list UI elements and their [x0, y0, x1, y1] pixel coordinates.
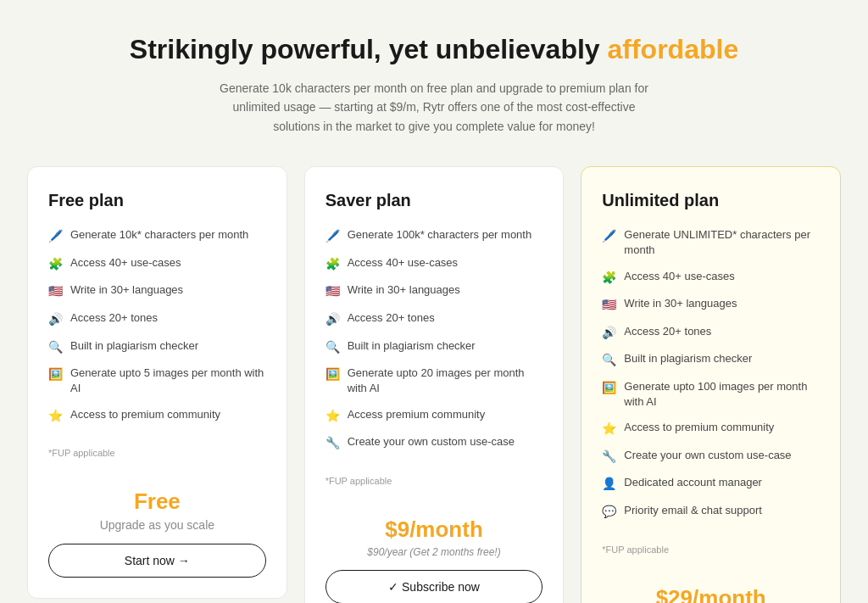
plan-feature-item: ⭐Access to premium community — [602, 420, 820, 438]
feature-icon: 🔍 — [326, 339, 341, 356]
plan-feature-item: 🖊️Generate UNLIMITED* characters per mon… — [602, 227, 820, 258]
feature-text: Access premium community — [348, 407, 486, 422]
plan-feature-item: 🖊️Generate 100k* characters per month — [326, 227, 543, 245]
feature-icon: 👤 — [602, 476, 617, 493]
feature-icon: 🧩 — [326, 256, 341, 273]
plan-features-free: 🖊️Generate 10k* characters per month🧩Acc… — [48, 227, 266, 434]
feature-icon: 🔊 — [48, 311, 64, 328]
feature-text: Access 40+ use-cases — [70, 255, 181, 271]
feature-icon: 🇺🇸 — [602, 297, 617, 314]
plan-title-free: Free plan — [48, 191, 266, 210]
plan-feature-item: 🔧Create your own custom use-case — [602, 448, 820, 466]
plan-feature-item: 🔊Access 20+ tones — [48, 310, 266, 328]
feature-icon: 🧩 — [48, 256, 64, 273]
plan-features-saver: 🖊️Generate 100k* characters per month🧩Ac… — [326, 227, 543, 462]
feature-text: Write in 30+ languages — [70, 282, 183, 298]
hero-title-accent: affordable — [608, 34, 739, 64]
feature-icon: 🔍 — [602, 352, 617, 369]
plan-feature-item: 👤Dedicated account manager — [602, 475, 820, 493]
plan-feature-item: 🇺🇸Write in 30+ languages — [326, 282, 543, 300]
feature-icon: 🖼️ — [602, 380, 617, 397]
plan-card-unlimited: Unlimited plan🖊️Generate UNLIMITED* char… — [581, 166, 841, 603]
plan-feature-item: ⭐Access premium community — [326, 407, 543, 425]
feature-text: Access 20+ tones — [624, 324, 711, 339]
feature-icon: ⭐ — [48, 408, 64, 425]
feature-icon: 🧩 — [602, 270, 617, 287]
subscribe-button-saver[interactable]: ✓ Subscribe now — [326, 570, 543, 603]
price-main-saver: $9/month — [326, 516, 543, 543]
feature-text: Write in 30+ languages — [624, 296, 737, 311]
plan-title-saver: Saver plan — [326, 191, 543, 210]
feature-icon: ⭐ — [326, 408, 341, 425]
feature-text: Access 20+ tones — [348, 310, 435, 326]
feature-icon: 💬 — [602, 504, 617, 521]
plan-feature-item: 🔍Built in plagiarism checker — [602, 351, 820, 369]
feature-text: Priority email & chat support — [624, 503, 762, 518]
plan-title-unlimited: Unlimited plan — [602, 191, 820, 210]
feature-icon: 🇺🇸 — [48, 283, 64, 300]
plan-feature-item: 🇺🇸Write in 30+ languages — [48, 282, 266, 300]
feature-text: Generate UNLIMITED* characters per month — [624, 227, 820, 258]
plan-feature-item: 🖊️Generate 10k* characters per month — [48, 227, 266, 245]
plan-feature-item: 🧩Access 40+ use-cases — [602, 269, 820, 287]
feature-text: Access to premium community — [624, 420, 774, 435]
feature-text: Built in plagiarism checker — [348, 338, 476, 354]
feature-icon: 🔧 — [602, 449, 617, 466]
price-main-unlimited: $29/month — [602, 585, 820, 603]
fup-note-free: *FUP applicable — [48, 448, 266, 458]
price-main-free: Free — [48, 489, 266, 515]
feature-text: Access 40+ use-cases — [348, 255, 458, 271]
plan-features-unlimited: 🖊️Generate UNLIMITED* characters per mon… — [602, 227, 820, 531]
plan-feature-item: 🔊Access 20+ tones — [326, 310, 543, 328]
fup-note-unlimited: *FUP applicable — [602, 544, 820, 555]
feature-text: Generate upto 5 images per month with AI — [70, 366, 266, 396]
feature-icon: 🔧 — [326, 435, 341, 452]
feature-text: Dedicated account manager — [624, 475, 762, 490]
fup-note-saver: *FUP applicable — [326, 476, 543, 486]
hero-subtitle: Generate 10k characters per month on fre… — [214, 79, 654, 136]
plan-feature-item: 🔊Access 20+ tones — [602, 324, 820, 342]
feature-icon: 🖊️ — [326, 228, 341, 245]
feature-text: Generate upto 100 images per month with … — [624, 379, 820, 410]
plan-feature-item: 🖼️Generate upto 100 images per month wit… — [602, 379, 820, 410]
plans-container: Free plan🖊️Generate 10k* characters per … — [27, 166, 841, 603]
feature-icon: 🔊 — [326, 311, 341, 328]
plan-feature-item: 🧩Access 40+ use-cases — [326, 255, 543, 273]
feature-icon: 🔊 — [602, 325, 617, 342]
plan-feature-item: 🇺🇸Write in 30+ languages — [602, 296, 820, 314]
plan-feature-item: 🧩Access 40+ use-cases — [48, 255, 266, 273]
price-section-saver: $9/month$90/year (Get 2 months free!)✓ S… — [326, 503, 543, 603]
feature-text: Generate upto 20 images per month with A… — [348, 366, 543, 396]
feature-text: Generate 100k* characters per month — [348, 227, 532, 243]
feature-icon: 🖼️ — [48, 366, 64, 383]
feature-icon: 🖼️ — [326, 366, 341, 383]
plan-feature-item: 🔧Create your own custom use-case — [326, 434, 543, 452]
feature-icon: 🔍 — [48, 339, 64, 356]
feature-text: Access 40+ use-cases — [624, 269, 734, 284]
price-section-unlimited: $29/month$290/year (Get 2 months free!)✓… — [602, 572, 820, 603]
plan-feature-item: 🔍Built in plagiarism checker — [326, 338, 543, 356]
price-yearly-saver: $90/year (Get 2 months free!) — [326, 546, 543, 558]
feature-text: Generate 10k* characters per month — [70, 227, 248, 243]
feature-text: Create your own custom use-case — [624, 448, 791, 463]
feature-icon: 🇺🇸 — [326, 283, 341, 300]
plan-card-free: Free plan🖊️Generate 10k* characters per … — [27, 166, 287, 599]
price-label-free: Upgrade as you scale — [48, 518, 266, 532]
feature-text: Built in plagiarism checker — [624, 351, 752, 366]
feature-icon: 🖊️ — [48, 228, 64, 245]
feature-text: Built in plagiarism checker — [70, 338, 198, 354]
feature-icon: 🖊️ — [602, 228, 617, 245]
plan-feature-item: 🔍Built in plagiarism checker — [48, 338, 266, 356]
price-section-free: FreeUpgrade as you scaleStart now → — [48, 475, 266, 578]
plan-feature-item: ⭐Access to premium community — [48, 407, 266, 425]
feature-text: Create your own custom use-case — [348, 434, 515, 449]
plan-card-saver: Saver plan🖊️Generate 100k* characters pe… — [304, 166, 565, 603]
subscribe-button-free[interactable]: Start now → — [48, 544, 266, 578]
hero-title: Strikingly powerful, yet unbelievably af… — [130, 34, 738, 65]
plan-feature-item: 🖼️Generate upto 20 images per month with… — [326, 366, 543, 396]
feature-icon: ⭐ — [602, 421, 617, 438]
plan-feature-item: 💬Priority email & chat support — [602, 503, 820, 521]
plan-feature-item: 🖼️Generate upto 5 images per month with … — [48, 366, 266, 396]
feature-text: Access to premium community — [70, 407, 220, 422]
feature-text: Access 20+ tones — [70, 310, 158, 326]
